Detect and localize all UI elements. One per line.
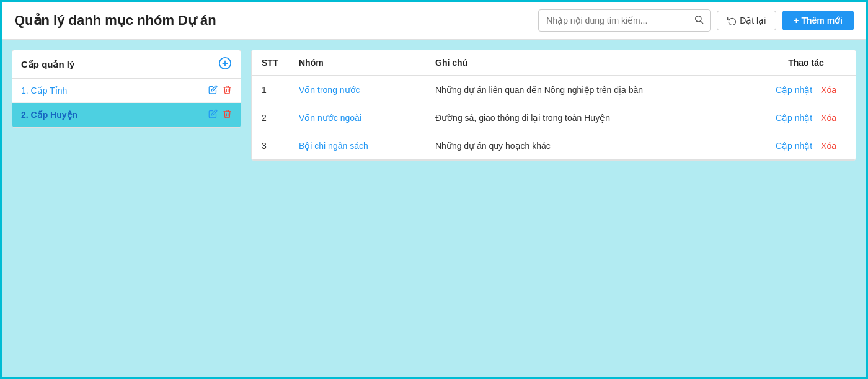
table-header-row: STT Nhóm Ghi chú Thao tác <box>252 50 856 76</box>
cell-ghichu-1: Đường sá, giao thông đi lại trong toàn H… <box>425 104 756 132</box>
cell-stt-2: 3 <box>252 132 289 160</box>
cap-nhat-button-1[interactable]: Cập nhật <box>776 113 812 123</box>
trash-icon-huyen <box>223 109 232 118</box>
sidebar: Cấp quản lý 1. Cấp Tỉnh <box>12 50 241 128</box>
sidebar-item-actions-cap-huyen <box>208 109 232 120</box>
edit-cap-huyen-button[interactable] <box>208 109 218 120</box>
table-row: 1 Vốn trong nước Những dự án liên quan đ… <box>252 76 856 104</box>
xoa-button-2[interactable]: Xóa <box>821 141 836 151</box>
plus-circle-icon <box>218 56 232 70</box>
cell-nhom-0[interactable]: Vốn trong nước <box>289 76 425 104</box>
header-actions: Đặt lại + Thêm mới <box>538 9 854 32</box>
edit-icon <box>208 85 218 94</box>
sidebar-header: Cấp quản lý <box>12 50 241 79</box>
cell-ghichu-0: Những dự án liên quan đến Nông nghiệp tr… <box>425 76 756 104</box>
sidebar-item-cap-tinh[interactable]: 1. Cấp Tỉnh <box>12 79 241 103</box>
main-content: Cấp quản lý 1. Cấp Tỉnh <box>2 40 866 362</box>
sidebar-item-label-cap-huyen: 2. Cấp Huyện <box>21 110 78 120</box>
xoa-button-1[interactable]: Xóa <box>821 113 836 123</box>
reset-button[interactable]: Đặt lại <box>717 11 776 30</box>
delete-cap-huyen-button[interactable] <box>223 109 232 120</box>
table-row: 2 Vốn nước ngoài Đường sá, giao thông đi… <box>252 104 856 132</box>
cell-nhom-1[interactable]: Vốn nước ngoài <box>289 104 425 132</box>
col-header-nhom: Nhóm <box>289 50 425 76</box>
svg-line-1 <box>701 21 703 24</box>
cell-stt-0: 1 <box>252 76 289 104</box>
xoa-button-0[interactable]: Xóa <box>821 85 836 95</box>
delete-cap-tinh-button[interactable] <box>223 85 232 96</box>
sidebar-item-label-cap-tinh: 1. Cấp Tỉnh <box>21 86 67 96</box>
table-row: 3 Bội chi ngân sách Những dự án quy hoạc… <box>252 132 856 160</box>
col-header-thaotac: Thao tác <box>756 50 856 76</box>
cell-thaotac-2: Cập nhật Xóa <box>756 132 856 160</box>
search-input[interactable] <box>539 11 688 30</box>
sidebar-item-actions-cap-tinh <box>208 85 232 96</box>
trash-icon <box>223 85 232 94</box>
data-table: STT Nhóm Ghi chú Thao tác 1 Vốn trong nư… <box>252 50 856 160</box>
cell-ghichu-2: Những dự án quy hoạch khác <box>425 132 756 160</box>
cell-nhom-2[interactable]: Bội chi ngân sách <box>289 132 425 160</box>
col-header-stt: STT <box>252 50 289 76</box>
col-header-ghichu: Ghi chú <box>425 50 756 76</box>
search-box <box>538 9 711 32</box>
table-panel: STT Nhóm Ghi chú Thao tác 1 Vốn trong nư… <box>251 50 856 161</box>
cap-nhat-button-2[interactable]: Cập nhật <box>776 141 812 151</box>
sidebar-title: Cấp quản lý <box>21 59 74 70</box>
edit-cap-tinh-button[interactable] <box>208 85 218 96</box>
add-new-button[interactable]: + Thêm mới <box>782 11 854 30</box>
cell-thaotac-0: Cập nhật Xóa <box>756 76 856 104</box>
cap-nhat-button-0[interactable]: Cập nhật <box>776 85 812 95</box>
cell-thaotac-1: Cập nhật Xóa <box>756 104 856 132</box>
page-title: Quản lý danh mục nhóm Dự án <box>14 12 216 29</box>
search-icon <box>694 14 704 24</box>
sidebar-add-button[interactable] <box>218 56 232 72</box>
header: Quản lý danh mục nhóm Dự án Đặt lại <box>2 2 866 40</box>
search-button[interactable] <box>688 10 710 31</box>
sidebar-item-cap-huyen[interactable]: 2. Cấp Huyện <box>12 103 241 127</box>
reset-icon <box>727 16 737 25</box>
edit-icon-huyen <box>208 109 218 118</box>
cell-stt-1: 2 <box>252 104 289 132</box>
